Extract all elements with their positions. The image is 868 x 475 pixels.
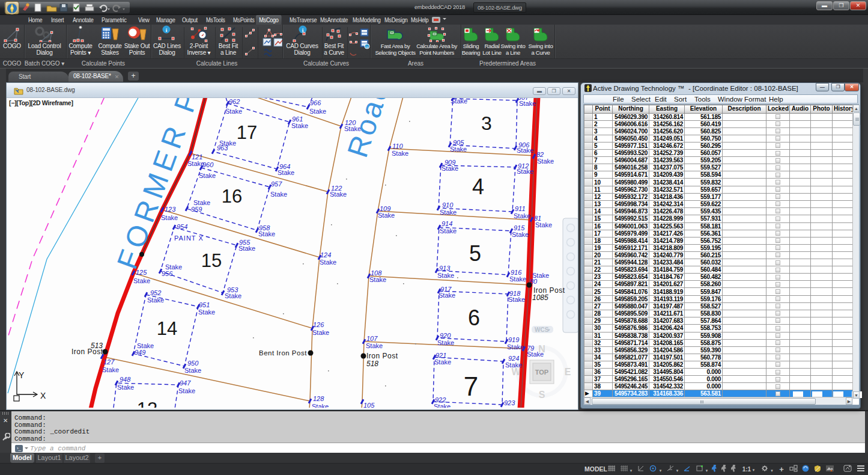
- svg-text:954: 954: [177, 223, 187, 230]
- svg-text:Stake: Stake: [320, 259, 336, 266]
- svg-text:Stake: Stake: [309, 108, 326, 115]
- svg-text:Stake: Stake: [451, 98, 467, 105]
- svg-text:Stake: Stake: [369, 276, 386, 283]
- svg-text:Stake: Stake: [117, 384, 134, 391]
- svg-text:919: 919: [508, 336, 519, 343]
- svg-text:Stake: Stake: [439, 292, 455, 299]
- svg-text:E: E: [565, 367, 571, 377]
- svg-text:Stake: Stake: [278, 169, 294, 176]
- svg-text:Stake: Stake: [392, 150, 408, 157]
- svg-text:Stake: Stake: [517, 147, 533, 154]
- svg-text:923: 923: [504, 399, 515, 406]
- svg-text:911: 911: [515, 205, 526, 212]
- svg-text:Stake: Stake: [178, 387, 195, 394]
- svg-text:Stake: Stake: [434, 403, 451, 408]
- svg-text:Stake: Stake: [535, 221, 552, 228]
- svg-text:16: 16: [222, 186, 242, 207]
- svg-text:123: 123: [165, 206, 176, 213]
- svg-text:FORMER P: FORMER P: [111, 98, 206, 273]
- svg-text:Stake: Stake: [225, 292, 241, 299]
- svg-text:Stake: Stake: [147, 296, 164, 304]
- svg-text:518: 518: [366, 360, 378, 368]
- svg-text:Stake: Stake: [519, 100, 536, 107]
- svg-text:107: 107: [366, 335, 378, 342]
- svg-text:910: 910: [442, 201, 454, 209]
- svg-text:Stake: Stake: [512, 231, 529, 238]
- svg-text:950: 950: [187, 360, 199, 367]
- svg-text:Stake: Stake: [507, 343, 524, 351]
- svg-text:Stake: Stake: [238, 245, 255, 252]
- svg-text:Stake: Stake: [161, 214, 178, 221]
- svg-text:TOP: TOP: [535, 369, 548, 376]
- svg-text:Stake: Stake: [440, 227, 457, 234]
- svg-text:949: 949: [135, 349, 145, 356]
- svg-text:Stake: Stake: [198, 308, 215, 316]
- svg-text:Stake: Stake: [199, 172, 216, 179]
- svg-text:Stake: Stake: [184, 367, 201, 374]
- svg-text:963: 963: [217, 144, 228, 152]
- svg-text:12: 12: [137, 399, 157, 408]
- svg-text:920: 920: [440, 332, 451, 339]
- svg-text:Stake: Stake: [527, 351, 544, 358]
- svg-text:105: 105: [363, 402, 375, 408]
- svg-text:+: +: [366, 45, 368, 49]
- svg-text:Stake: Stake: [509, 275, 526, 283]
- svg-text:Stake: Stake: [437, 272, 454, 279]
- svg-text:127: 127: [103, 358, 115, 366]
- svg-text:Stake: Stake: [291, 122, 308, 129]
- svg-text:Y: Y: [19, 370, 25, 380]
- svg-text:914: 914: [442, 220, 452, 227]
- svg-text:7: 7: [464, 372, 478, 401]
- svg-text:Stake: Stake: [378, 212, 395, 219]
- svg-text:124: 124: [320, 251, 331, 259]
- svg-text:WCS: WCS: [535, 326, 549, 333]
- svg-text:3: 3: [481, 112, 492, 134]
- svg-text:126: 126: [313, 321, 324, 328]
- svg-text:Stake: Stake: [225, 108, 242, 115]
- svg-text:Stake: Stake: [517, 168, 533, 175]
- svg-text:Stake: Stake: [366, 342, 383, 349]
- svg-text:4: 4: [472, 174, 484, 199]
- svg-text:17: 17: [237, 122, 257, 143]
- svg-text:Stake: Stake: [312, 329, 329, 336]
- svg-text:966: 966: [310, 99, 321, 106]
- svg-text:Iron Post: Iron Post: [71, 348, 103, 356]
- svg-text:948: 948: [120, 376, 131, 383]
- svg-text:956: 956: [162, 270, 173, 277]
- svg-text:15: 15: [201, 250, 222, 271]
- svg-text:Bent Iron Post: Bent Iron Post: [259, 349, 307, 357]
- svg-text:X: X: [40, 391, 46, 400]
- svg-text:128: 128: [313, 395, 324, 402]
- svg-text:957: 957: [271, 180, 282, 188]
- svg-text:Stake: Stake: [187, 160, 204, 167]
- svg-text:14: 14: [157, 318, 177, 339]
- svg-text:Stake: Stake: [450, 146, 467, 153]
- svg-text:Stake: Stake: [102, 366, 119, 373]
- svg-text:Stake: Stake: [437, 339, 454, 346]
- svg-text:947: 947: [180, 379, 191, 387]
- svg-text:951: 951: [199, 301, 210, 308]
- svg-text:Stake: Stake: [505, 361, 522, 369]
- svg-text:Stake: Stake: [442, 165, 458, 172]
- svg-text:Stake: Stake: [258, 230, 275, 238]
- svg-text:Stake: Stake: [133, 277, 150, 284]
- svg-text:952: 952: [150, 289, 161, 296]
- svg-text:962: 962: [229, 98, 240, 105]
- svg-text:▾: ▾: [548, 328, 550, 332]
- svg-text:Stake: Stake: [514, 212, 530, 219]
- svg-text:959: 959: [191, 206, 202, 213]
- svg-text:Stake: Stake: [312, 403, 329, 408]
- svg-text:5: 5: [469, 241, 481, 266]
- svg-text:110: 110: [392, 142, 403, 150]
- svg-text:PAINT X: PAINT X: [174, 234, 204, 242]
- svg-text:6: 6: [468, 305, 480, 330]
- svg-text:Iron Post: Iron Post: [366, 352, 398, 360]
- svg-text:S: S: [539, 390, 545, 400]
- svg-text:Road: Road: [341, 98, 396, 161]
- svg-text:Stake: Stake: [508, 296, 525, 303]
- svg-text:Stake: Stake: [537, 158, 554, 165]
- svg-text:Stake: Stake: [440, 209, 457, 216]
- svg-text:Stake: Stake: [434, 358, 451, 366]
- svg-text:Stake: Stake: [330, 191, 347, 198]
- svg-text:1085: 1085: [532, 293, 548, 302]
